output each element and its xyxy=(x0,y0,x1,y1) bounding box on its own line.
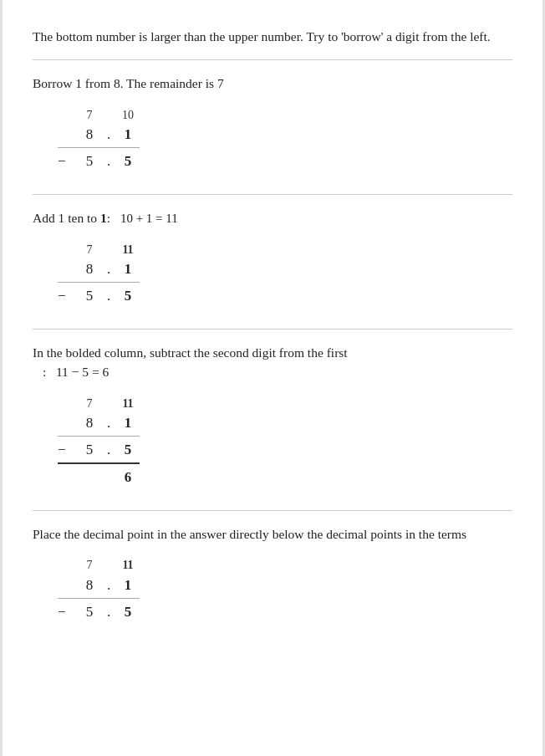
r1-3-d3: 1 xyxy=(116,411,140,436)
super-d2-1: 7 xyxy=(78,240,101,260)
super-d4-3: 11 xyxy=(116,555,140,575)
add-ten-text: Add 1 ten to 1: xyxy=(33,211,110,225)
r1-d3: 1 xyxy=(116,123,140,147)
r1-3-d1: 8 xyxy=(78,411,101,436)
super-d3-3: 11 xyxy=(116,394,140,414)
remainder-suffix: . The remainder is 7 xyxy=(120,76,224,90)
super-row-1: 7 10 xyxy=(58,105,140,125)
row1-2: 8 . 1 xyxy=(58,258,140,282)
r2-3-d3: 5 xyxy=(116,438,140,462)
r2-4-dot: . xyxy=(101,600,116,625)
r2-dot: . xyxy=(101,150,116,174)
minus-sign-4: − xyxy=(58,600,78,625)
remainder-from: 8 xyxy=(114,76,120,90)
row2-1: − 5 . 5 xyxy=(58,147,140,174)
section-intro: The bottom number is larger than the upp… xyxy=(33,13,512,53)
r2-4-d3: 5 xyxy=(116,600,140,625)
section-remainder: Borrow 1 from 8. The remainder is 7 7 10… xyxy=(33,60,512,187)
r2-2-d1: 5 xyxy=(78,284,101,309)
minus-sign-1: − xyxy=(58,150,78,174)
page-container: The bottom number is larger than the upp… xyxy=(0,0,545,756)
row2-2: − 5 . 5 xyxy=(58,282,140,309)
result-row-3: 6 xyxy=(58,462,140,490)
row1-4: 8 . 1 xyxy=(58,574,140,598)
math-block-4: 7 11 8 . 1 − 5 . 5 xyxy=(58,555,140,625)
r1-d1: 8 xyxy=(78,123,101,147)
decimal-instruction: Place the decimal point in the answer di… xyxy=(33,524,512,544)
r2-2-d3: 5 xyxy=(116,284,140,309)
remainder-prefix: Borrow 1 from xyxy=(33,76,114,90)
row2-3: − 5 . 5 xyxy=(58,436,140,462)
r2-3-d1: 5 xyxy=(78,438,101,462)
super-d1-3: 10 xyxy=(116,105,140,125)
r1-4-d1: 8 xyxy=(78,574,101,598)
section-subtract: In the bolded column, subtract the secon… xyxy=(33,329,512,503)
subtract-formula: 11 − 5 = 6 xyxy=(56,365,109,379)
super-d3-1: 7 xyxy=(78,394,101,414)
super-d4-1: 7 xyxy=(78,555,101,575)
r2-d3: 5 xyxy=(116,150,140,174)
super-row-3: 7 11 xyxy=(58,394,140,414)
add-ten-formula: 10 + 1 = 11 xyxy=(120,212,178,225)
r2-3-dot: . xyxy=(101,438,116,462)
r2-d1: 5 xyxy=(78,150,101,174)
r1-4-dot: . xyxy=(101,574,116,598)
math-block-1: 7 10 8 . 1 − 5 . 5 xyxy=(58,105,140,175)
super-row-4: 7 11 xyxy=(58,555,140,575)
intro-instruction: The bottom number is larger than the upp… xyxy=(33,27,512,46)
r1-4-d3: 1 xyxy=(116,574,140,598)
minus-sign-2: − xyxy=(58,284,78,309)
minus-sign-3: − xyxy=(58,438,78,462)
res-d3: 6 xyxy=(116,466,140,490)
super-d2-3: 11 xyxy=(116,240,140,260)
row1-3: 8 . 1 xyxy=(58,411,140,436)
subtract-colon: : 11 − 5 = 6 xyxy=(43,365,109,379)
r1-3-dot: . xyxy=(101,411,116,436)
super-d1-1: 7 xyxy=(78,105,101,125)
math-block-2: 7 11 8 . 1 − 5 . 5 xyxy=(58,240,140,309)
r1-dot: . xyxy=(101,123,116,147)
r1-2-d1: 8 xyxy=(78,258,101,282)
section-decimal: Place the decimal point in the answer di… xyxy=(33,511,512,638)
add-ten-instruction: Add 1 ten to 1: 10 + 1 = 11 xyxy=(33,208,512,228)
super-row-2: 7 11 xyxy=(58,240,140,260)
r1-2-dot: . xyxy=(101,258,116,282)
r2-4-d1: 5 xyxy=(78,600,101,625)
row2-4: − 5 . 5 xyxy=(58,598,140,625)
row1-1: 8 . 1 xyxy=(58,123,140,147)
remainder-instruction: Borrow 1 from 8. The remainder is 7 xyxy=(33,74,512,93)
math-block-3: 7 11 8 . 1 − 5 . 5 6 xyxy=(58,394,140,490)
r2-2-dot: . xyxy=(101,284,116,309)
section-add-ten: Add 1 ten to 1: 10 + 1 = 11 7 11 8 . 1 −… xyxy=(33,195,512,322)
r1-2-d3: 1 xyxy=(116,258,140,282)
subtract-instruction: In the bolded column, subtract the secon… xyxy=(33,343,512,382)
